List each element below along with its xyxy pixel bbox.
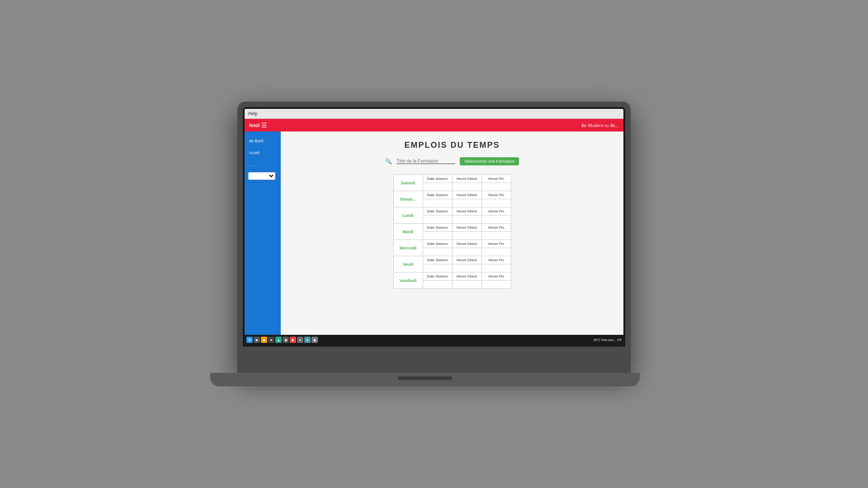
main-layout: de Bord ccueil ... EMPLOIS DU TEMPS — [245, 131, 623, 335]
taskbar-icon-3[interactable]: ◆ — [261, 337, 267, 343]
search-icon: 🔍 — [385, 158, 392, 164]
table-row: Mardi Date Seance Heure Début Heure Fin — [393, 224, 511, 232]
table-row: Samedi Date Seance Heure Début Heure Fin — [393, 175, 511, 183]
empty-cell — [452, 183, 481, 191]
page-title: EMPLOIS DU TEMPS — [290, 141, 614, 150]
date-seance-header-samedi: Date Seance — [423, 175, 452, 183]
day-mercredi: Mercredi — [393, 240, 423, 256]
screen: Help hool ☰ Be Modern to Be... de Bord c… — [245, 109, 623, 345]
date-seance-header-dim: Date Seance — [423, 191, 452, 199]
heure-fin-header-lundi: Heure Fin — [481, 207, 511, 216]
taskbar-icon-2[interactable]: ■ — [254, 337, 260, 343]
sidebar-item-dashboard[interactable]: de Bord — [245, 135, 281, 147]
heure-fin-header-dim: Heure Fin — [481, 191, 511, 199]
taskbar-icon-10[interactable]: ◆ — [311, 337, 318, 343]
taskbar-icon-1[interactable]: ⊞ — [246, 337, 253, 343]
search-row: 🔍 Sélectionner une Formation — [290, 157, 614, 165]
laptop-screen-container: Help hool ☰ Be Modern to Be... de Bord c… — [237, 102, 631, 373]
table-row: Vendredi Date Seance Heure Début Heure F… — [393, 272, 511, 281]
table-row: Lundi Date Seance Heure Début Heure Fin — [393, 207, 511, 216]
sidebar-dropdown[interactable] — [248, 172, 275, 180]
heure-fin-header-mercredi: Heure Fin — [481, 240, 511, 248]
taskbar-icon-7[interactable]: ■ — [290, 337, 296, 343]
brand-text: Be Modern to Be... — [581, 122, 619, 128]
table-row: Diman... Date Seance Heure Début Heure F… — [393, 191, 511, 199]
date-seance-header-mardi: Date Seance — [423, 224, 452, 232]
empty-cell — [481, 183, 511, 191]
select-formation-button[interactable]: Sélectionner une Formation — [460, 157, 519, 165]
heure-debut-header-dim: Heure Début — [452, 191, 481, 199]
taskbar-weather: 25°C Très ens... — [593, 338, 616, 342]
taskbar-icon-5[interactable]: ▲ — [275, 337, 282, 343]
content-area: EMPLOIS DU TEMPS 🔍 Sélectionner une Form… — [281, 131, 623, 335]
heure-fin-header-mardi: Heure Fin — [481, 224, 511, 232]
date-seance-header-mercredi: Date Seance — [423, 240, 452, 248]
browser-bar: Help — [245, 109, 623, 119]
taskbar-icon-8[interactable]: ● — [297, 337, 303, 343]
taskbar-right: 25°C Très ens... FR — [593, 338, 622, 342]
taskbar: ⊞ ■ ◆ ● ▲ ◉ ■ ● ● ◆ 25°C Très ens... FR — [245, 335, 623, 345]
schedule-table: Samedi Date Seance Heure Début Heure Fin — [393, 174, 511, 289]
heure-fin-header-samedi: Heure Fin — [481, 175, 511, 183]
help-menu[interactable]: Help — [248, 111, 258, 116]
search-input[interactable] — [396, 159, 455, 164]
taskbar-icon-4[interactable]: ● — [268, 337, 274, 343]
heure-fin-header-jeudi: Heure Fin — [481, 256, 511, 264]
screen-bezel: Help hool ☰ Be Modern to Be... de Bord c… — [243, 107, 625, 347]
sidebar: de Bord ccueil ... — [245, 131, 281, 335]
table-row: Jeudi Date Seance Heure Début Heure Fin — [393, 256, 511, 264]
day-jeudi: Jeudi — [393, 256, 423, 272]
empty-cell — [423, 183, 452, 191]
sidebar-item-accueil[interactable]: ccueil — [245, 147, 281, 159]
heure-debut-header-lundi: Heure Début — [452, 207, 481, 216]
taskbar-icon-9[interactable]: ● — [304, 337, 311, 343]
date-seance-header-vendredi: Date Seance — [423, 272, 452, 281]
taskbar-lang: FR — [618, 338, 622, 342]
schedule-container: Samedi Date Seance Heure Début Heure Fin — [290, 174, 614, 289]
day-samedi: Samedi — [393, 175, 423, 191]
day-mardi: Mardi — [393, 224, 423, 240]
date-seance-header-jeudi: Date Seance — [423, 256, 452, 264]
laptop-base — [210, 373, 640, 386]
day-dimanche: Diman... — [393, 191, 423, 207]
app-header: hool ☰ Be Modern to Be... — [245, 119, 623, 131]
heure-debut-header-mercredi: Heure Début — [452, 240, 481, 248]
school-text: hool — [249, 122, 259, 128]
heure-debut-header-samedi: Heure Début — [452, 175, 481, 183]
heure-debut-header-vendredi: Heure Début — [452, 272, 481, 281]
day-lundi: Lundi — [393, 207, 423, 224]
taskbar-icon-6[interactable]: ◉ — [283, 337, 289, 343]
table-row: Mercredi Date Seance Heure Début Heure F… — [393, 240, 511, 248]
heure-fin-header-vendredi: Heure Fin — [481, 272, 511, 281]
heure-debut-header-jeudi: Heure Début — [452, 256, 481, 264]
menu-icon[interactable]: ☰ — [261, 122, 267, 129]
sidebar-item-dots: ... — [245, 159, 281, 170]
date-seance-header-lundi: Date Seance — [423, 207, 452, 216]
day-vendredi: Vendredi — [393, 272, 423, 289]
app-window: Help hool ☰ Be Modern to Be... de Bord c… — [245, 109, 623, 345]
heure-debut-header-mardi: Heure Début — [452, 224, 481, 232]
